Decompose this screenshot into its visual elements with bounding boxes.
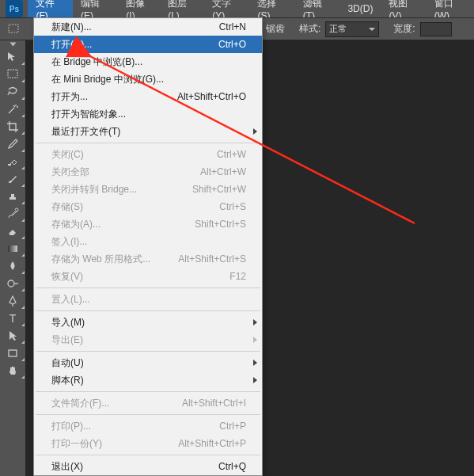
menu-item-shortcut: Alt+Shift+Ctrl+S	[178, 253, 246, 265]
menu-item-label: 打开为智能对象...	[51, 108, 246, 121]
svg-text:T: T	[9, 312, 17, 325]
menu-item-label: 新建(N)...	[51, 21, 219, 34]
width-input[interactable]	[420, 22, 452, 36]
eyedropper-tool[interactable]	[0, 135, 25, 153]
menu-edit[interactable]: 编辑(E)	[73, 0, 118, 17]
menu-item[interactable]: 新建(N)...Ctrl+N	[34, 18, 262, 36]
menu-view[interactable]: 视图(V)	[381, 0, 426, 17]
menu-item-shortcut: Ctrl+O	[218, 39, 246, 50]
menu-item-label: 脚本(R)	[51, 374, 246, 387]
menu-item-shortcut: Ctrl+S	[219, 201, 246, 212]
menu-item: 置入(L)...	[34, 291, 262, 308]
menu-separator	[36, 288, 260, 288]
gradient-tool[interactable]	[0, 240, 25, 257]
type-tool[interactable]: T	[0, 310, 25, 327]
file-menu-dropdown: 新建(N)...Ctrl+N打开(O)...Ctrl+O在 Bridge 中浏览…	[33, 17, 263, 476]
menu-item-shortcut: Alt+Ctrl+W	[200, 166, 246, 177]
dodge-tool[interactable]	[0, 275, 25, 292]
menu-item[interactable]: 打开为智能对象...	[34, 105, 262, 123]
menu-separator	[36, 143, 260, 143]
menu-item-shortcut: Shift+Ctrl+W	[192, 184, 246, 195]
menu-item[interactable]: 最近打开文件(T)	[34, 123, 262, 140]
style-label: 样式:	[299, 22, 320, 36]
menu-item: 导出(E)	[34, 331, 262, 348]
menu-item-label: 存储为 Web 所用格式...	[51, 253, 178, 266]
menu-item[interactable]: 自动(U)	[34, 354, 262, 371]
menu-item[interactable]: 退出(X)Ctrl+Q	[34, 458, 262, 475]
antialias-label: 锯齿	[266, 22, 285, 36]
menu-item-label: 置入(L)...	[51, 293, 246, 307]
marquee-tool[interactable]	[0, 66, 25, 83]
style-select[interactable]: 正常	[325, 21, 379, 37]
menu-item-label: 退出(X)	[51, 460, 218, 474]
menu-select[interactable]: 选择(S)	[249, 0, 294, 17]
menu-type[interactable]: 文字(Y)	[204, 0, 249, 17]
history-brush-tool[interactable]	[0, 205, 25, 223]
chevron-down-icon	[369, 28, 375, 31]
menu-item[interactable]: 导入(M)	[34, 314, 262, 331]
menu-item: 签入(I)...	[34, 233, 262, 250]
menu-item[interactable]: 在 Bridge 中浏览(B)...	[34, 53, 262, 70]
menu-item[interactable]: 打开(O)...Ctrl+O	[34, 36, 262, 53]
toolbox-collapse[interactable]	[0, 40, 25, 48]
submenu-arrow-icon	[253, 360, 257, 366]
menu-item: 打印(P)...Ctrl+P	[34, 417, 262, 435]
blur-tool[interactable]	[0, 257, 25, 275]
rectangle-tool[interactable]	[0, 345, 25, 362]
menu-item-label: 关闭全部	[51, 166, 200, 179]
menu-item: 文件简介(F)...Alt+Shift+Ctrl+I	[34, 394, 262, 412]
svg-text:Ps: Ps	[9, 5, 20, 13]
menu-file[interactable]: 文件(F)	[28, 0, 73, 17]
menu-item: 关闭全部Alt+Ctrl+W	[34, 163, 262, 181]
magic-wand-tool[interactable]	[0, 101, 25, 118]
menu-item-label: 存储(S)	[51, 200, 219, 214]
svg-point-6	[8, 280, 14, 287]
menu-item: 关闭(C)Ctrl+W	[34, 146, 262, 163]
tool-preset-icon[interactable]	[6, 23, 24, 36]
menu-filter[interactable]: 滤镜(T)	[295, 0, 340, 17]
menu-item: 打印一份(Y)Alt+Shift+Ctrl+P	[34, 435, 262, 452]
menu-window[interactable]: 窗口(W)	[427, 0, 474, 17]
svg-rect-5	[8, 246, 17, 252]
menu-item-label: 关闭并转到 Bridge...	[51, 183, 192, 196]
crop-tool[interactable]	[0, 118, 25, 135]
svg-rect-3	[8, 70, 17, 78]
menu-3d[interactable]: 3D(D)	[339, 0, 381, 17]
path-selection-tool[interactable]	[0, 327, 25, 345]
menu-item-label: 打印(P)...	[51, 420, 219, 433]
menu-item-shortcut: Ctrl+P	[219, 421, 246, 432]
menu-item-label: 恢复(V)	[51, 270, 229, 284]
menu-item-shortcut: F12	[229, 271, 246, 282]
menu-item-shortcut: Ctrl+N	[219, 21, 246, 32]
menu-separator	[36, 351, 260, 352]
menu-item-shortcut: Ctrl+Q	[218, 461, 246, 472]
menu-layer[interactable]: 图层(L)	[160, 0, 204, 17]
lasso-tool[interactable]	[0, 83, 25, 101]
brush-tool[interactable]	[0, 170, 25, 188]
hand-tool[interactable]	[0, 362, 25, 379]
submenu-arrow-icon	[253, 337, 257, 343]
menu-separator	[36, 310, 260, 311]
menu-item-label: 存储为(A)...	[51, 218, 195, 231]
menu-item: 关闭并转到 Bridge...Shift+Ctrl+W	[34, 181, 262, 198]
menu-item[interactable]: 脚本(R)	[34, 371, 262, 389]
pen-tool[interactable]	[0, 292, 25, 310]
menu-image[interactable]: 图像(I)	[118, 0, 160, 17]
move-tool[interactable]	[0, 48, 25, 66]
menu-item-shortcut: Alt+Shift+Ctrl+P	[178, 438, 246, 449]
menu-item-label: 导入(M)	[51, 316, 246, 329]
menu-item: 恢复(V)F12	[34, 268, 262, 285]
menu-item[interactable]: 打开为...Alt+Shift+Ctrl+O	[34, 88, 262, 105]
menu-separator	[36, 391, 260, 392]
menu-item[interactable]: 在 Mini Bridge 中浏览(G)...	[34, 70, 262, 88]
menubar: Ps 文件(F) 编辑(E) 图像(I) 图层(L) 文字(Y) 选择(S) 滤…	[0, 0, 474, 17]
clone-stamp-tool[interactable]	[0, 188, 25, 205]
style-value: 正常	[329, 23, 347, 35]
submenu-arrow-icon	[253, 128, 257, 135]
eraser-tool[interactable]	[0, 223, 25, 240]
menu-item-label: 文件简介(F)...	[51, 397, 182, 410]
menu-item-label: 关闭(C)	[51, 148, 217, 162]
toolbox: T	[0, 40, 25, 379]
menu-item-label: 在 Mini Bridge 中浏览(G)...	[51, 73, 246, 86]
healing-brush-tool[interactable]	[0, 153, 25, 170]
